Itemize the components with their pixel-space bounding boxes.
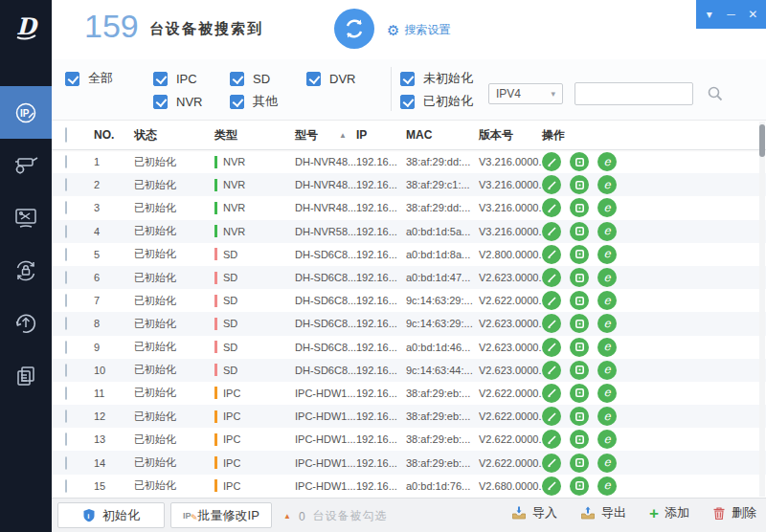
row-checkbox[interactable]: [65, 410, 67, 423]
col-header-version[interactable]: 版本号: [479, 127, 542, 144]
search-input[interactable]: [574, 82, 693, 105]
row-checkbox[interactable]: [65, 178, 67, 191]
edit-icon[interactable]: [542, 222, 561, 241]
web-browser-icon[interactable]: e: [597, 198, 617, 217]
search-settings[interactable]: ⚙ 搜索设置: [387, 22, 450, 38]
details-icon[interactable]: [570, 407, 589, 426]
import-button[interactable]: 导入: [511, 504, 557, 521]
nav-item-documents[interactable]: [0, 349, 52, 402]
web-browser-icon[interactable]: e: [597, 152, 617, 171]
export-button[interactable]: 导出: [580, 504, 626, 521]
web-browser-icon[interactable]: e: [597, 454, 617, 473]
search-icon[interactable]: [707, 85, 724, 106]
edit-icon[interactable]: [542, 361, 561, 380]
web-browser-icon[interactable]: e: [597, 430, 617, 449]
close-button[interactable]: ✕: [744, 9, 761, 20]
add-button[interactable]: + 添加: [649, 504, 689, 521]
row-checkbox[interactable]: [65, 479, 67, 493]
row-checkbox[interactable]: [65, 294, 67, 307]
row-checkbox[interactable]: [65, 271, 67, 284]
details-icon[interactable]: [570, 291, 589, 310]
nav-item-upgrade[interactable]: [0, 297, 52, 349]
col-header-mac[interactable]: MAC: [406, 128, 479, 142]
filter-checkbox-ipc[interactable]: IPC: [153, 71, 197, 86]
web-browser-icon[interactable]: e: [597, 314, 617, 333]
edit-icon[interactable]: [542, 454, 561, 473]
details-icon[interactable]: [570, 222, 589, 241]
details-icon[interactable]: [570, 430, 589, 449]
web-browser-icon[interactable]: e: [597, 477, 617, 496]
edit-icon[interactable]: [542, 407, 561, 426]
details-icon[interactable]: [570, 314, 589, 333]
scrollbar-thumb[interactable]: [759, 124, 765, 157]
row-checkbox[interactable]: [65, 225, 67, 238]
edit-icon[interactable]: [542, 198, 561, 217]
edit-icon[interactable]: [542, 245, 561, 264]
details-icon[interactable]: [570, 152, 589, 171]
select-all-checkbox[interactable]: [65, 127, 67, 143]
web-browser-icon[interactable]: e: [597, 268, 617, 287]
edit-icon[interactable]: [542, 430, 561, 449]
filter-checkbox-all[interactable]: 全部: [65, 71, 113, 86]
details-icon[interactable]: [570, 175, 589, 194]
web-browser-icon[interactable]: e: [597, 222, 617, 241]
web-browser-icon[interactable]: e: [597, 291, 617, 310]
delete-button[interactable]: 删除: [712, 504, 756, 521]
row-checkbox[interactable]: [65, 248, 67, 261]
col-header-model[interactable]: 型号 ▲: [295, 127, 356, 144]
details-icon[interactable]: [570, 361, 589, 380]
row-checkbox[interactable]: [65, 387, 67, 400]
row-checkbox[interactable]: [65, 155, 67, 168]
nav-item-password-reset[interactable]: [0, 244, 52, 297]
nav-item-modify-ip[interactable]: IP: [0, 86, 52, 139]
edit-icon[interactable]: [542, 338, 561, 357]
edit-icon[interactable]: [542, 291, 561, 310]
details-icon[interactable]: [570, 477, 589, 496]
menu-button[interactable]: ▾: [701, 9, 718, 20]
nav-item-device-config[interactable]: [0, 139, 52, 191]
web-browser-icon[interactable]: e: [597, 407, 617, 426]
col-header-status[interactable]: 状态: [134, 127, 214, 144]
ip-version-select[interactable]: IPV4 ▾: [488, 83, 563, 104]
details-icon[interactable]: [570, 198, 589, 217]
edit-icon[interactable]: [542, 314, 561, 333]
web-browser-icon[interactable]: e: [597, 245, 617, 264]
row-checkbox[interactable]: [65, 341, 67, 354]
filter-checkbox-dvr[interactable]: DVR: [306, 71, 355, 86]
edit-icon[interactable]: [542, 175, 561, 194]
row-checkbox[interactable]: [65, 317, 67, 330]
col-header-type[interactable]: 类型: [214, 127, 295, 144]
initialize-button[interactable]: i 初始化: [57, 502, 165, 528]
batch-modify-ip-button[interactable]: IP✎ 批量修改IP: [170, 502, 272, 528]
minimize-button[interactable]: ─: [723, 9, 740, 20]
filter-checkbox-other[interactable]: 其他: [230, 94, 278, 109]
col-header-no[interactable]: NO.: [94, 128, 134, 142]
web-browser-icon[interactable]: e: [597, 338, 617, 357]
edit-icon[interactable]: [542, 152, 561, 171]
edit-icon[interactable]: [542, 268, 561, 287]
details-icon[interactable]: [570, 268, 589, 287]
details-icon[interactable]: [570, 454, 589, 473]
scrollbar-track[interactable]: [759, 122, 765, 497]
details-icon[interactable]: [570, 338, 589, 357]
row-checkbox[interactable]: [65, 432, 67, 446]
filter-checkbox-nvr[interactable]: NVR: [153, 94, 202, 109]
details-icon[interactable]: [570, 245, 589, 264]
refresh-button[interactable]: [334, 9, 374, 49]
filter-checkbox-sd[interactable]: SD: [230, 71, 270, 86]
filter-checkbox-uninitialized[interactable]: 未初始化: [400, 71, 473, 86]
nav-item-system-tools[interactable]: [0, 191, 52, 244]
web-browser-icon[interactable]: e: [597, 361, 617, 380]
edit-icon[interactable]: [542, 477, 561, 496]
selected-marker-icon: ▲: [283, 512, 291, 521]
col-header-ip[interactable]: IP: [356, 128, 406, 142]
row-checkbox[interactable]: [65, 201, 67, 214]
details-icon[interactable]: [570, 384, 589, 403]
filter-checkbox-initialized[interactable]: 已初始化: [400, 94, 473, 109]
web-browser-icon[interactable]: e: [597, 175, 617, 194]
web-browser-icon[interactable]: e: [597, 384, 617, 403]
row-checkbox[interactable]: [65, 456, 67, 470]
edit-icon[interactable]: [542, 384, 561, 403]
row-checkbox[interactable]: [65, 364, 67, 377]
sort-asc-icon[interactable]: ▲: [339, 131, 347, 140]
